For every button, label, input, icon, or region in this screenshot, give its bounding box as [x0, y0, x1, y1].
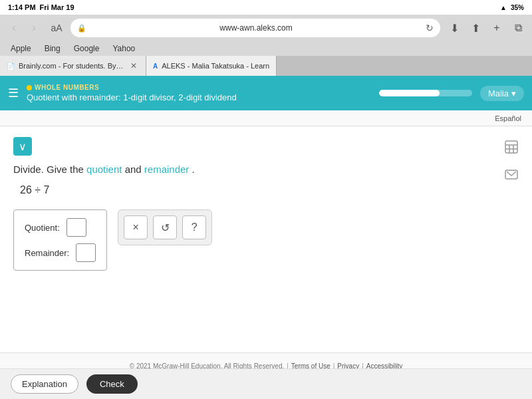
user-name: Malia: [488, 88, 509, 98]
quotient-link[interactable]: quotient: [86, 164, 122, 175]
progress-fill: [379, 90, 440, 96]
keypad: × ↺ ?: [118, 209, 212, 245]
reload-icon[interactable]: ↻: [426, 23, 434, 33]
tab-brainly-close[interactable]: ✕: [128, 61, 139, 71]
check-button[interactable]: Check: [86, 374, 138, 394]
browser-chrome: ‹ › aA 🔒 www-awn.aleks.com ↻ ⬇ ⬆ + ⧉ App…: [0, 15, 532, 56]
download-button[interactable]: ⬇: [446, 19, 463, 37]
category-dot: [27, 85, 32, 90]
side-icons: [501, 137, 521, 185]
category-text: WHOLE NUMBERS: [35, 84, 99, 91]
remainder-label: Remainder:: [25, 248, 69, 258]
topic-info: WHOLE NUMBERS Quotient with remainder: 1…: [27, 84, 371, 102]
toolbar-actions: ⬇ ⬆ + ⧉: [446, 19, 527, 37]
tab-aleks-icon: A: [153, 63, 158, 70]
help-button[interactable]: ?: [182, 215, 206, 239]
status-date: Fri Mar 19: [40, 3, 74, 11]
bookmark-google[interactable]: Google: [74, 44, 100, 53]
status-bar: 1:14 PM Fri Mar 19 ▲ 35%: [0, 0, 532, 15]
answer-area: Quotient: Remainder: × ↺ ?: [13, 209, 519, 271]
action-bar: Explanation Check: [0, 368, 532, 399]
wifi-icon: ▲: [500, 4, 507, 11]
battery-status: 35%: [511, 4, 524, 11]
back-button[interactable]: ‹: [5, 19, 23, 37]
quotient-row: Quotient:: [25, 218, 96, 237]
bookmark-apple[interactable]: Apple: [11, 44, 31, 53]
svg-rect-0: [505, 141, 517, 153]
reader-mode-button[interactable]: aA: [48, 19, 65, 37]
nav-buttons: ‹ ›: [5, 19, 43, 37]
message-icon: [504, 168, 519, 182]
forward-button[interactable]: ›: [25, 19, 43, 37]
undo-button[interactable]: ↺: [153, 215, 177, 239]
math-problem: 26 ÷ 7: [13, 184, 519, 196]
answer-box: Quotient: Remainder:: [13, 209, 107, 271]
lock-icon: 🔒: [77, 24, 86, 33]
quotient-label: Quotient:: [25, 223, 60, 233]
tabs-overview-button[interactable]: ⧉: [509, 19, 527, 37]
bookmarks-bar: Apple Bing Google Yahoo: [5, 41, 527, 56]
progress-track: [379, 90, 472, 96]
instruction-text: Divide. Give the quotient and remainder …: [13, 164, 519, 175]
user-menu-button[interactable]: Malia ▾: [480, 86, 524, 101]
main-content: ∨ Divide. Give the quotient and remainde…: [0, 126, 532, 352]
espanol-link[interactable]: Español: [495, 114, 521, 122]
chevron-down-icon: ∨: [19, 140, 27, 153]
message-icon-button[interactable]: [501, 165, 521, 185]
aleks-header: ☰ WHOLE NUMBERS Quotient with remainder:…: [0, 76, 532, 110]
bookmark-bing[interactable]: Bing: [45, 44, 61, 53]
tab-brainly-icon: 📄: [7, 63, 15, 70]
clear-button[interactable]: ×: [124, 215, 148, 239]
progress-bar-area: [379, 90, 472, 96]
explanation-button[interactable]: Explanation: [11, 374, 78, 394]
remainder-input[interactable]: [76, 243, 96, 262]
new-tab-button[interactable]: +: [488, 19, 505, 37]
address-bar[interactable]: 🔒 www-awn.aleks.com ↻: [70, 19, 440, 37]
tabs-bar: 📄 Brainly.com - For students. By student…: [0, 56, 532, 76]
topic-title: Quotient with remainder: 1-digit divisor…: [27, 92, 371, 102]
status-time: 1:14 PM: [8, 3, 36, 11]
share-button[interactable]: ⬆: [467, 19, 484, 37]
remainder-row: Remainder:: [25, 243, 96, 262]
address-text: www-awn.aleks.com: [90, 23, 422, 33]
espanol-bar: Español: [0, 110, 532, 126]
tab-aleks[interactable]: A ALEKS - Malia Takatsuka - Learn: [146, 56, 277, 76]
tab-brainly[interactable]: 📄 Brainly.com - For students. By student…: [0, 56, 146, 76]
remainder-link[interactable]: remainder: [144, 164, 190, 175]
hamburger-menu-button[interactable]: ☰: [8, 86, 19, 100]
quotient-input[interactable]: [66, 218, 86, 237]
browser-toolbar: ‹ › aA 🔒 www-awn.aleks.com ↻ ⬇ ⬆ + ⧉: [5, 19, 527, 37]
calculator-icon: [504, 140, 519, 154]
tab-brainly-title: Brainly.com - For students. By students.: [19, 62, 124, 70]
user-chevron-icon: ▾: [511, 88, 516, 98]
calculator-icon-button[interactable]: [501, 137, 521, 157]
tab-aleks-title: ALEKS - Malia Takatsuka - Learn: [162, 62, 269, 70]
topic-category: WHOLE NUMBERS: [27, 84, 371, 91]
bookmark-yahoo[interactable]: Yahoo: [112, 44, 135, 53]
expand-button[interactable]: ∨: [13, 137, 32, 156]
